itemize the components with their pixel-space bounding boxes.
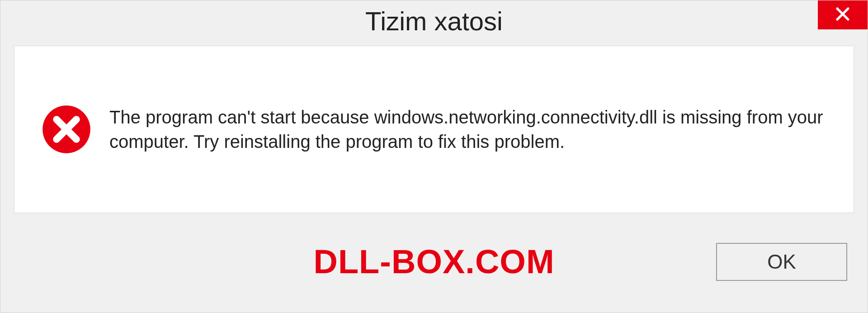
close-button[interactable] — [818, 0, 868, 29]
dialog-footer: DLL-BOX.COM OK — [0, 213, 868, 294]
titlebar: Tizim xatosi — [0, 0, 868, 41]
watermark-text: DLL-BOX.COM — [313, 242, 554, 281]
error-message: The program can't start because windows.… — [109, 105, 831, 154]
close-icon — [835, 6, 851, 24]
error-icon — [42, 104, 91, 154]
dialog-title: Tizim xatosi — [365, 6, 503, 36]
ok-button-label: OK — [767, 251, 796, 273]
error-dialog: Tizim xatosi The program can't start bec… — [0, 0, 868, 313]
ok-button[interactable]: OK — [716, 243, 847, 281]
message-panel: The program can't start because windows.… — [14, 46, 854, 213]
